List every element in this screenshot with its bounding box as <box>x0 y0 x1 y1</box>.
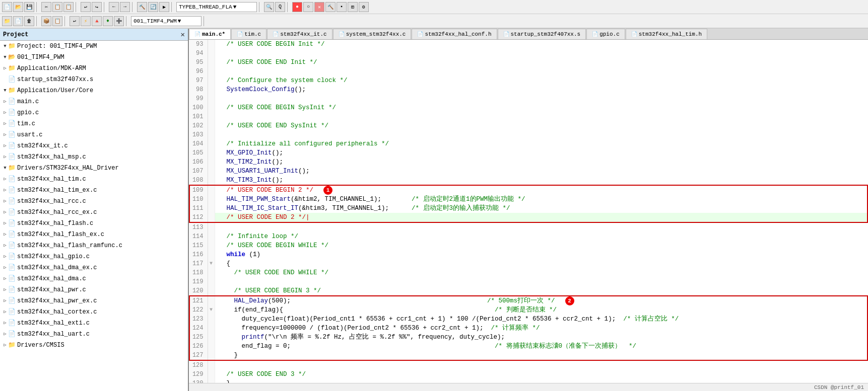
tb-cut[interactable]: ✂ <box>41 2 51 12</box>
fold-marker[interactable] <box>208 112 215 121</box>
tb2-diamond[interactable]: ♦ <box>103 16 113 26</box>
tb-redo[interactable]: ↪ <box>92 2 102 12</box>
tree-node-hal-rcc[interactable]: ▷ 📄 stm32f4xx_hal_rcc.c <box>0 196 188 207</box>
tree-node-hal-pwr-ex[interactable]: ▷ 📄 stm32f4xx_hal_pwr_ex.c <box>0 295 188 306</box>
code-line[interactable]: /* Configure the system clock */ <box>215 76 867 85</box>
tab-tim-c[interactable]: 📄 tim.c <box>231 29 266 39</box>
fold-marker[interactable] <box>208 40 215 49</box>
code-line[interactable]: /* USER CODE BEGIN SysInit */ <box>215 103 867 112</box>
tree-node-hal-cortex[interactable]: ▷ 📄 stm32f4xx_hal_cortex.c <box>0 306 188 318</box>
tree-node-hal-flash[interactable]: ▷ 📄 stm32f4xx_hal_flash.c <box>0 218 188 229</box>
tb-build[interactable]: 🔨 <box>137 2 147 12</box>
tb-circle[interactable]: ○ <box>303 2 313 12</box>
tree-node-hal-flash-ram[interactable]: ▷ 📄 stm32f4xx_hal_flash_ramfunc.c <box>0 240 188 251</box>
code-line[interactable]: } <box>215 351 867 360</box>
fold-marker[interactable] <box>208 158 215 167</box>
tree-node-hal-dma-ex[interactable]: ▷ 📄 stm32f4xx_hal_dma_ex.c <box>0 262 188 273</box>
tree-node-main-c[interactable]: ▷ 📄 main.c <box>0 96 188 107</box>
tree-node-hal-gpio[interactable]: ▷ 📄 stm32f4xx_hal_gpio.c <box>0 251 188 262</box>
code-line[interactable]: /* USER CODE END SysInit */ <box>215 121 867 130</box>
target-dropdown[interactable]: TYPEB_THREAD_FLA ▼ <box>176 2 257 12</box>
code-line[interactable]: HAL_TIM_IC_Start_IT(&htim3, TIM_CHANNEL_… <box>215 204 867 213</box>
fold-marker[interactable] <box>208 121 215 130</box>
tb-open[interactable]: 📂 <box>13 2 23 12</box>
code-line[interactable] <box>215 67 867 76</box>
project-dropdown[interactable]: 001_TIMF4_PWM ▼ <box>131 16 202 26</box>
fold-marker[interactable] <box>208 204 215 213</box>
tree-node-tim-c[interactable]: ▷ 📄 tim.c <box>0 118 188 129</box>
tab-startup[interactable]: 📄 startup_stm32f407xx.s <box>498 29 586 39</box>
fold-marker[interactable] <box>208 213 215 222</box>
code-line[interactable]: /* Initialize all configured peripherals… <box>215 139 867 148</box>
code-line[interactable] <box>215 360 867 370</box>
code-line[interactable]: /* USER CODE BEGIN WHILE */ <box>215 241 867 250</box>
tb-grid[interactable]: ⊞ <box>348 2 358 12</box>
tb-new[interactable]: 📄 <box>2 2 12 12</box>
code-line[interactable]: if(end_flag){ /* 判断是否结束 */ <box>215 305 867 315</box>
tree-node-user-core[interactable]: ▼ 📁 Application/User/Core <box>0 85 188 96</box>
tb-rebuild[interactable]: 🔄 <box>148 2 158 12</box>
tb-fwd[interactable]: → <box>120 2 130 12</box>
fold-marker[interactable] <box>208 370 215 379</box>
fold-marker[interactable] <box>208 241 215 250</box>
code-line[interactable] <box>215 130 867 139</box>
tree-node-hal-pwr[interactable]: ▷ 📄 stm32f4xx_hal_pwr.c <box>0 284 188 295</box>
code-line[interactable]: /* USER CODE END 3 */ <box>215 370 867 379</box>
code-line[interactable]: /* USER CODE BEGIN 3 */ <box>215 286 867 296</box>
tb-save[interactable]: 💾 <box>24 2 34 12</box>
tree-node-hal-tim[interactable]: ▷ 📄 stm32f4xx_hal_tim.c <box>0 174 188 185</box>
fold-marker[interactable] <box>208 195 215 204</box>
tab-gpio[interactable]: 📄 gpio.c <box>586 29 625 39</box>
tb-debug-step[interactable]: 🔍 <box>264 2 274 12</box>
tab-main-c[interactable]: 📄 main.c* <box>189 29 231 40</box>
fold-marker[interactable] <box>208 67 215 76</box>
tb2-tri-up[interactable]: 🔺 <box>92 16 102 26</box>
tree-node-cmsis[interactable]: ▷ 📁 Drivers/CMSIS <box>0 340 188 351</box>
fold-marker[interactable] <box>208 58 215 67</box>
tb-hammer[interactable]: 🔨 <box>325 2 336 12</box>
tb-search[interactable]: Q <box>275 2 285 12</box>
tb-run[interactable]: ▶ <box>159 2 169 12</box>
fold-marker[interactable] <box>208 85 215 94</box>
fold-marker[interactable] <box>208 232 215 241</box>
tree-node-hal-rcc-ex[interactable]: ▷ 📄 stm32f4xx_hal_rcc_ex.c <box>0 207 188 218</box>
fold-marker[interactable] <box>208 268 215 277</box>
tree-node-001[interactable]: ▼ 📂 001_TIMF4_PWM <box>0 52 188 63</box>
tab-hal-tim-h[interactable]: 📄 stm32f4xx_hal_tim.h <box>626 29 707 39</box>
code-line[interactable]: /* USER CODE END 2 */| <box>215 213 867 222</box>
tree-node-stm32-it[interactable]: ▷ 📄 stm32f4xx_it.c <box>0 140 188 151</box>
sidebar-close-btn[interactable]: ✕ <box>181 30 185 39</box>
fold-marker[interactable] <box>208 49 215 58</box>
fold-marker[interactable] <box>208 286 215 296</box>
fold-marker[interactable] <box>208 103 215 112</box>
tb2-clip[interactable]: 📋 <box>52 16 62 26</box>
code-line[interactable] <box>215 222 867 232</box>
code-line[interactable]: end_flag = 0; /* 将捕获结束标志灢0（准备下一次捕获） */ <box>215 342 867 351</box>
fold-marker[interactable] <box>208 185 215 195</box>
tb2-undo[interactable]: ↩ <box>70 16 80 26</box>
tree-node-project[interactable]: ▼ 📁 Project: 001_TIMF4_PWM <box>0 41 188 52</box>
code-line[interactable]: SystemClock_Config(); <box>215 85 867 94</box>
tb-copy[interactable]: 📋 <box>52 2 62 12</box>
code-line[interactable]: MX_TIM2_Init(); <box>215 158 867 167</box>
fold-marker[interactable] <box>208 94 215 103</box>
fold-marker[interactable] <box>208 342 215 351</box>
fold-marker[interactable]: ▼ <box>208 259 215 268</box>
tb2-pkg[interactable]: 📦 <box>41 16 51 26</box>
tb-undo[interactable]: ↩ <box>81 2 91 12</box>
code-line[interactable]: } <box>215 379 867 383</box>
code-line[interactable]: { <box>215 259 867 268</box>
tree-node-hal-flash-ex[interactable]: ▷ 📄 stm32f4xx_hal_flash_ex.c <box>0 229 188 240</box>
fold-marker[interactable] <box>208 351 215 360</box>
code-line[interactable]: /* USER CODE BEGIN 2 */1 <box>215 185 867 195</box>
code-line[interactable]: MX_GPIO_Init(); <box>215 148 867 158</box>
tree-node-usart-c[interactable]: ▷ 📄 usart.c <box>0 129 188 140</box>
tree-node-hal-msp[interactable]: ▷ 📄 stm32f4xx_hal_msp.c <box>0 151 188 163</box>
code-line[interactable]: HAL_Delay(500); /* 500ms打印一次 */2 <box>215 296 867 305</box>
fold-marker[interactable] <box>208 130 215 139</box>
code-line[interactable]: /* USER CODE END WHILE */ <box>215 268 867 277</box>
fold-marker[interactable]: ▼ <box>208 305 215 315</box>
tree-node-hal-uart[interactable]: ▷ 📄 stm32f4xx_hal_uart.c <box>0 329 188 340</box>
fold-marker[interactable] <box>208 333 215 342</box>
tb-square[interactable]: ▪ <box>337 2 347 12</box>
